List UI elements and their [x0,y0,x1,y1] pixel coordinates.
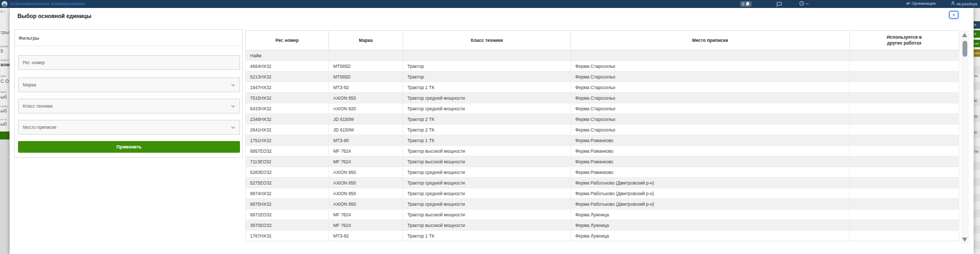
table-row[interactable]: 1751НХ32МТЗ-80Трактор 1 ТКФерма Романков… [246,135,959,146]
table-cell [329,50,403,61]
table-cell: AXION 850 [329,178,403,188]
table-cell: Ферма Староселье [571,114,850,125]
bg-text-fragment: вом [1,62,10,67]
brand-select-value: Марка [23,82,36,87]
table-cell: Трактор средней мощности [403,199,571,209]
table-cell: 5283ЕО32 [246,167,329,178]
bg-text-fragment: ерац [1,104,7,108]
scroll-down-arrow-icon[interactable] [962,238,967,242]
notification-badge[interactable]: 0 [740,1,752,7]
table-row[interactable]: 5283ЕО32AXION 850Трактор средней мощност… [246,167,959,178]
table-cell: AXION 850 [329,167,403,178]
class-select-value: Класс техники [23,103,52,109]
app-topbar: Агрономическое планирование 0 ? ⇄ Органи… [0,0,980,8]
table-cell: 9875НХ32 [246,199,329,209]
table-cell: 2641НХ32 [246,125,329,135]
table-cell: 6857ЕО32 [246,146,329,156]
apply-button[interactable]: Применить [18,141,240,153]
table-cell: МТЗ-82 [329,231,403,241]
bg-row-fragment: Б [974,30,980,38]
table-cell [850,199,959,209]
table-cell: 6671ЕО32 [246,209,329,220]
col-class: Класс техники [403,31,571,50]
table-cell: MF 7624 [329,220,403,231]
table-cell: 7113ЕО32 [246,156,329,167]
table-cell: JD 6150M [329,125,403,135]
table-row[interactable]: 3970ЕО32MF 7624Трактор высокой мощностиФ… [246,220,959,231]
help-menu[interactable]: ? [799,1,809,6]
table-cell: Ферма Романково [571,135,850,146]
scrollbar-thumb[interactable] [963,41,967,57]
table-cell [571,50,850,61]
table-cell: Ферма Лужница [571,220,850,231]
table-cell [850,93,959,103]
table-row[interactable]: 5213НХ32MT585DТракторФерма Староселье [246,72,959,82]
class-select[interactable]: Класс техники [18,99,240,113]
table-cell: Ферма Лужница [571,209,850,220]
bg-green-button-fragment [0,132,10,139]
filters-header: Фильтры [15,30,242,46]
table-row[interactable]: Найм [246,50,959,61]
table-cell [850,114,959,125]
organization-label: Организация [912,1,936,6]
reg-number-input[interactable] [18,55,240,70]
bg-table-rows-fragment [974,58,980,254]
table-cell [850,167,959,178]
location-select[interactable]: Место приписки [18,120,240,135]
table-cell: 6433НХ32 [246,103,329,114]
table-row[interactable]: 1767НХ32МТЗ-82Трактор 1 ТКФерма Лужница [246,231,959,241]
table-row[interactable]: 6433НХ32AXION 820Трактор средней мощност… [246,103,959,114]
table-row[interactable]: 2641НХ32JD 6150MТрактор 2 ТКФерма Старос… [246,125,959,135]
bg-text-fragment: ыб [1,121,7,127]
table-cell [850,72,959,82]
organization-switcher[interactable]: ⇄ Организация [906,1,936,6]
brand-select[interactable]: Марка [18,77,240,92]
table-cell: JD 6150M [329,114,403,125]
bg-text-fragment: ыб [1,94,7,100]
table-row[interactable]: 4664НХ32MT585DТракторФерма Староселье [246,61,959,72]
table-cell: Ферма Староселье [571,93,850,103]
table-row[interactable]: 5275ЕО32AXION 850Трактор средней мощност… [246,178,959,188]
table-cell: Трактор средней мощности [403,178,571,188]
table-cell: MF 7624 [329,209,403,220]
table-cell: Трактор средней мощности [403,188,571,199]
bg-row-fragment: Б [974,21,980,29]
table-cell: Трактор 2 ТК [403,125,571,135]
notification-count: 0 [742,2,744,6]
table-row[interactable]: 1947НХ32МТЗ-82Трактор 1 ТКФерма Старосел… [246,82,959,93]
table-cell: Ферма Романково [571,156,850,167]
table-cell: 7515НХ32 [246,93,329,103]
table-cell: Ферма Романково [571,146,850,156]
chat-icon[interactable] [777,2,782,7]
user-menu[interactable]: ek.pozdnya [951,1,980,7]
table-cell: Трактор [403,61,571,72]
table-row[interactable]: 9874НХ32AXION 850Трактор средней мощност… [246,188,959,199]
table-cell: Ферма Староселье [571,72,850,82]
bg-text-fragment: аздел [1,58,9,62]
background-page-left: e \ тры рожа 5 аздел вом ура С О выр ыб … [0,8,10,254]
location-select-value: Место приписки [23,125,56,130]
table-cell: MT585D [329,61,403,72]
table-row[interactable]: 7515НХ32AXION 850Трактор средней мощност… [246,93,959,103]
scroll-up-arrow-icon[interactable] [962,33,967,37]
table-row[interactable]: 2348НХ32JD 6150MТрактор 2 ТКФерма Старос… [246,114,959,125]
bg-text-fragment: ТВ [974,150,978,153]
table-row[interactable]: 6857ЕО32MF 7624Трактор высокой мощностиФ… [246,146,959,156]
table-cell: 9874НХ32 [246,188,329,199]
filters-panel: Фильтры Марка Класс техники Место припис… [14,29,243,158]
col-brand: Марка [329,31,403,50]
screen: Агрономическое планирование 0 ? ⇄ Органи… [0,0,980,254]
table-cell: Трактор средней мощности [403,167,571,178]
table-cell [850,146,959,156]
table-row[interactable]: 9875НХ32AXION 850Трактор средней мощност… [246,199,959,209]
table-row[interactable]: 7113ЕО32MF 7624Трактор высокой мощностиФ… [246,156,959,167]
table-cell: Трактор высокой мощности [403,209,571,220]
table-cell: Найм [246,50,329,61]
table-scrollbar[interactable] [961,30,969,244]
table-cell: Трактор 2 ТК [403,114,571,125]
table-cell: 1751НХ32 [246,135,329,146]
person-icon [951,1,955,7]
table-row[interactable]: 6671ЕО32MF 7624Трактор высокой мощностиФ… [246,209,959,220]
table-cell [850,209,959,220]
close-button[interactable]: × [949,11,958,19]
